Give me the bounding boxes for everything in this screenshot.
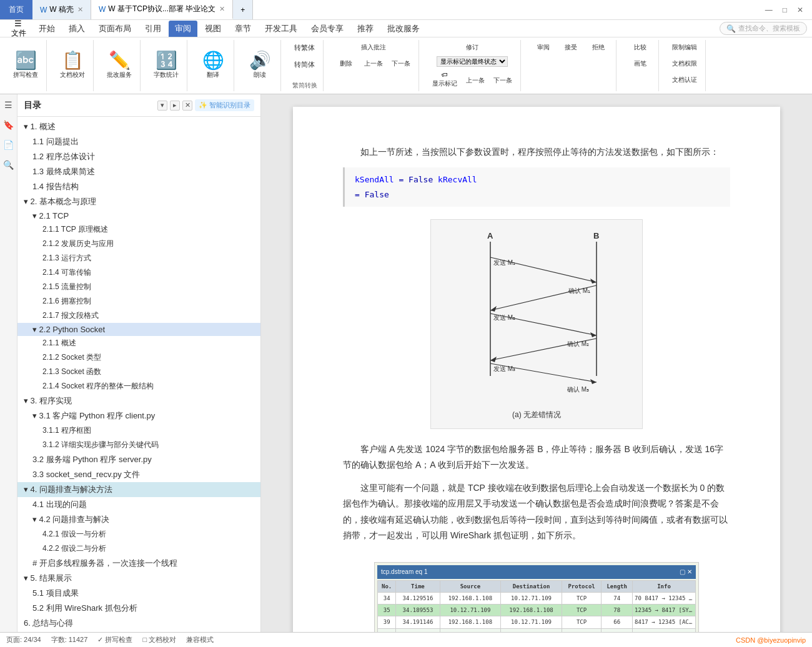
toc-item-7[interactable]: 2.1.1 TCP 原理概述 xyxy=(17,222,260,237)
toc-item-1[interactable]: 1.1 问题提出 xyxy=(17,134,260,149)
toc-item-17[interactable]: 2.1.3 Socket 函数 xyxy=(17,365,260,379)
toc-item-34[interactable]: 6. 总结与心得 xyxy=(17,616,260,631)
toc-item-16[interactable]: 2.1.2 Socket 类型 xyxy=(17,350,260,365)
home-tab[interactable]: 首页 xyxy=(0,0,32,19)
toc-item-27[interactable]: ▾ 4.2 问题排查与解决 xyxy=(17,512,260,527)
toc-item-33[interactable]: 5.2 利用 WireShark 抓包分析 xyxy=(17,601,260,616)
delete-comment-btn[interactable]: 删除 xyxy=(334,56,359,70)
word-count-btn[interactable]: 🔢 字数统计 xyxy=(151,50,182,81)
tab-correction[interactable]: 批改服务 xyxy=(381,21,426,37)
toc-item-26[interactable]: 4.1 出现的问题 xyxy=(17,497,260,512)
accept-btn[interactable]: 接受 xyxy=(558,40,583,54)
insert-comment-btn[interactable]: 插入批注 xyxy=(358,40,389,54)
doc-verify-btn[interactable]: 文档认证 xyxy=(669,72,700,86)
search-sidebar-icon[interactable]: 🔍 xyxy=(2,158,16,172)
file-menu-btn[interactable]: ☰ 文件 xyxy=(5,17,31,40)
tab-layout[interactable]: 页面布局 xyxy=(92,21,137,37)
ai-toc-badge[interactable]: ✨ 智能识别目录 xyxy=(195,99,254,111)
svg-text:发送 M₃: 发送 M₃ xyxy=(493,365,515,372)
ws-row-2[interactable]: 3934.191146192.168.1.10810.12.71.109TCP6… xyxy=(378,616,696,628)
add-tab[interactable]: + xyxy=(233,0,253,19)
doc-proofreading-status[interactable]: □ 文档校对 xyxy=(142,635,176,645)
revise-btn[interactable]: 修订 xyxy=(460,40,485,54)
toc-collapse-btn[interactable]: ▸ xyxy=(170,101,180,111)
ws-row-0[interactable]: 3434.129516192.168.1.10810.12.71.109TCP7… xyxy=(378,593,696,605)
toc-item-20[interactable]: ▾ 3.1 客户端 Python 程序 client.py xyxy=(17,408,260,423)
tab-recommend[interactable]: 推荐 xyxy=(351,21,380,37)
compare-btn[interactable]: 比较 xyxy=(628,40,653,54)
toc-item-9[interactable]: 2.1.3 运行方式 xyxy=(17,251,260,265)
toc-item-10[interactable]: 2.1.4 可靠传输 xyxy=(17,265,260,280)
nav-icon[interactable]: 📄 xyxy=(2,138,16,152)
toc-expand-btn[interactable]: ▾ xyxy=(157,101,167,111)
toc-item-14[interactable]: ▾ 2.2 Python Socket xyxy=(17,323,260,336)
toc-item-29[interactable]: 4.2.2 假设二与分析 xyxy=(17,541,260,556)
toc-item-23[interactable]: 3.2 服务端 Python 程序 server.py xyxy=(17,452,260,467)
tab-view[interactable]: 视图 xyxy=(199,21,227,37)
toc-item-15[interactable]: 2.1.1 概述 xyxy=(17,336,260,350)
next-change-btn[interactable]: 下一条 xyxy=(490,69,515,90)
toc-item-5[interactable]: ▾ 2. 基本概念与原理 xyxy=(17,194,260,209)
toc-icon[interactable]: ☰ xyxy=(2,98,16,112)
draw-btn[interactable]: 画笔 xyxy=(628,56,653,70)
search-bar[interactable]: 🔍 查找命令、搜索模板 xyxy=(720,22,807,35)
tab-chapter[interactable]: 章节 xyxy=(229,21,257,37)
simp-btn[interactable]: 转简体 xyxy=(291,57,318,71)
toc-item-8[interactable]: 2.1.2 发展历史与应用 xyxy=(17,237,260,251)
doc-rights-btn[interactable]: 文档权限 xyxy=(669,56,700,70)
toc-item-18[interactable]: 2.1.4 Socket 程序的整体一般结构 xyxy=(17,379,260,393)
prev-comment-btn[interactable]: 上一条 xyxy=(361,56,386,70)
toc-item-21[interactable]: 3.1.1 程序框图 xyxy=(17,423,260,438)
tab-insert[interactable]: 插入 xyxy=(62,21,91,37)
bookmark-icon[interactable]: 🔖 xyxy=(2,118,16,132)
tab-start[interactable]: 开始 xyxy=(32,21,61,37)
doc-page: 如上一节所述，当按照以下参数设置时，程序按照停止等待的方法发送数据包，如下图所示… xyxy=(293,107,780,632)
tab-reference[interactable]: 引用 xyxy=(139,21,167,37)
restrict-btn[interactable]: 限制编辑 xyxy=(669,40,700,54)
toc-item-2[interactable]: 1.2 程序总体设计 xyxy=(17,149,260,164)
ws-row-1[interactable]: 3534.18955310.12.71.109192.168.1.108TCP7… xyxy=(378,605,696,616)
tab-review[interactable]: 审阅 xyxy=(169,21,197,37)
app-tab-close[interactable]: ✕ xyxy=(77,6,83,14)
toc-item-3[interactable]: 1.3 最终成果简述 xyxy=(17,164,260,179)
show-markup-btn[interactable]: 🏷 显示标记 xyxy=(429,69,460,90)
prev-change-btn[interactable]: 上一条 xyxy=(463,69,488,90)
toc-item-25[interactable]: ▾ 4. 问题排查与解决方法 xyxy=(17,482,260,497)
spell-check-btn[interactable]: 🔤 拼写检查 xyxy=(10,50,41,81)
read-btn[interactable]: 🔊 朗读 xyxy=(244,50,275,81)
toc-item-30[interactable]: # 开启多线程服务器，一次连接一个线程 xyxy=(17,556,260,571)
doc-tab[interactable]: W W 基于TCP协议...部署 毕业论文 ✕ xyxy=(91,0,233,19)
doc-compare-btn[interactable]: 📋 文档校对 xyxy=(57,50,88,81)
close-btn[interactable]: ✕ xyxy=(795,6,806,14)
translate-btn[interactable]: 🌐 翻译 xyxy=(197,50,229,81)
minimize-btn[interactable]: — xyxy=(763,6,775,14)
maximize-btn[interactable]: □ xyxy=(780,6,790,14)
trad-btn[interactable]: 转繁体 xyxy=(291,40,318,54)
toc-close-btn[interactable]: ✕ xyxy=(182,101,192,111)
toc-item-32[interactable]: 5.1 项目成果 xyxy=(17,586,260,601)
review-pane-btn[interactable]: 审阅 xyxy=(531,40,556,54)
ws-row-3[interactable]: 4234.13396010.12.71.109192.168.1.108TCP6… xyxy=(378,628,696,632)
spell-check-status[interactable]: ✓ 拼写检查 xyxy=(97,635,132,645)
toc-item-0[interactable]: ▾ 1. 概述 xyxy=(17,119,260,134)
app-tab[interactable]: W W 稿壳 ✕ xyxy=(32,0,91,19)
tab-dev[interactable]: 开发工具 xyxy=(259,21,304,37)
show-markup-select[interactable]: 显示标记的最终状态 xyxy=(437,56,508,67)
next-comment-btn[interactable]: 下一条 xyxy=(389,56,413,70)
toc-item-4[interactable]: 1.4 报告结构 xyxy=(17,179,260,194)
reject-btn[interactable]: 拒绝 xyxy=(586,40,611,54)
toc-item-11[interactable]: 2.1.5 流量控制 xyxy=(17,280,260,294)
toc-item-13[interactable]: 2.1.7 报文段格式 xyxy=(17,309,260,323)
toc-item-24[interactable]: 3.3 socket_send_recv.py 文件 xyxy=(17,467,260,482)
toc-item-31[interactable]: ▾ 5. 结果展示 xyxy=(17,571,260,586)
toc-item-28[interactable]: 4.2.1 假设一与分析 xyxy=(17,527,260,541)
track-changes-btn[interactable]: ✏️ 批改服务 xyxy=(104,50,135,81)
toc-item-6[interactable]: ▾ 2.1 TCP xyxy=(17,209,260,222)
ribbon: ☰ 文件 开始 插入 页面布局 引用 审阅 视图 章节 开发工具 会员专享 推荐… xyxy=(0,20,812,94)
doc-tab-close[interactable]: ✕ xyxy=(219,5,225,13)
toc-item-19[interactable]: ▾ 3. 程序实现 xyxy=(17,393,260,408)
toc-item-22[interactable]: 3.1.2 详细实现步骤与部分关键代码 xyxy=(17,438,260,452)
toc-item-12[interactable]: 2.1.6 拥塞控制 xyxy=(17,294,260,309)
tab-member[interactable]: 会员专享 xyxy=(305,21,350,37)
doc-area[interactable]: 如上一节所述，当按照以下参数设置时，程序按照停止等待的方法发送数据包，如下图所示… xyxy=(261,94,812,632)
